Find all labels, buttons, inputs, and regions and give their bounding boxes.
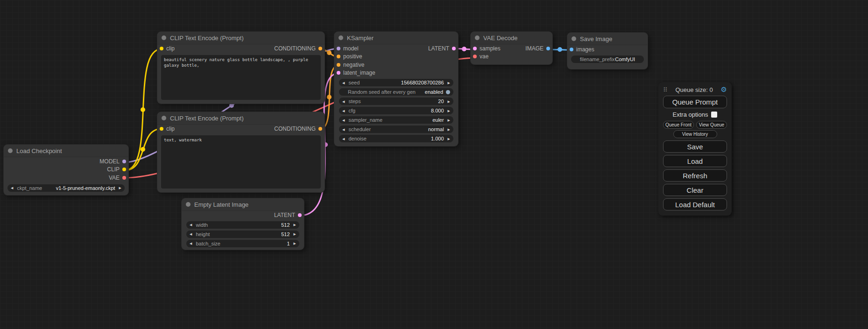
- node-vae-decode[interactable]: VAE Decode samples IMAGE vae: [471, 32, 552, 64]
- widget-batch-size[interactable]: ◀ batch_size 1 ▶: [186, 240, 299, 247]
- node-title: Empty Latent Image: [194, 201, 248, 208]
- input-label-images: images: [576, 46, 594, 53]
- widget-value: normal: [428, 126, 444, 132]
- settings-gear-icon[interactable]: ⚙: [721, 85, 727, 94]
- widget-sampler-name[interactable]: ◀ sampler_name euler ▶: [339, 116, 453, 124]
- collapse-dot-icon[interactable]: [572, 36, 576, 41]
- node-graph-canvas[interactable]: Load Checkpoint MODEL CLIP VAE ◀ ckpt_na…: [0, 0, 868, 329]
- decrement-arrow-icon[interactable]: ◀: [190, 242, 192, 245]
- save-button[interactable]: Save: [663, 140, 727, 153]
- slot-dot-vae-output[interactable]: [122, 176, 126, 180]
- collapse-dot-icon[interactable]: [475, 35, 480, 40]
- slot-dot-conditioning-output[interactable]: [318, 127, 322, 131]
- node-clip-text-encode-negative[interactable]: CLIP Text Encode (Prompt) clip CONDITION…: [157, 112, 325, 192]
- node-empty-latent-image[interactable]: Empty Latent Image LATENT ◀ width 512 ▶ …: [182, 198, 304, 250]
- collapse-dot-icon[interactable]: [162, 35, 166, 40]
- collapse-dot-icon[interactable]: [186, 202, 191, 207]
- widget-name: batch_size: [196, 241, 220, 246]
- collapse-dot-icon[interactable]: [8, 148, 13, 153]
- decrement-arrow-icon[interactable]: ◀: [190, 232, 192, 236]
- input-label-vae: vae: [480, 53, 488, 60]
- slot-dot-latent-output[interactable]: [298, 213, 302, 217]
- slot-dot-model-output[interactable]: [122, 160, 126, 163]
- queue-front-button[interactable]: Queue Front: [663, 121, 694, 129]
- slot-dot-latent-image-input[interactable]: [337, 71, 340, 75]
- increment-arrow-icon[interactable]: ▶: [448, 119, 450, 122]
- widget-random-seed-toggle[interactable]: Random seed after every gen enabled: [339, 88, 453, 96]
- positive-prompt-textarea[interactable]: beautiful scenery nature glass bottle la…: [161, 55, 321, 100]
- slot-dot-model-input[interactable]: [337, 47, 340, 50]
- node-title-bar[interactable]: Empty Latent Image: [182, 198, 304, 211]
- widget-filename-prefix[interactable]: filename_prefix ComfyUI: [571, 56, 644, 63]
- node-load-checkpoint[interactable]: Load Checkpoint MODEL CLIP VAE ◀ ckpt_na…: [4, 145, 128, 195]
- collapse-dot-icon[interactable]: [162, 116, 166, 120]
- widget-value: 1.000: [431, 136, 444, 141]
- widget-name: sampler_name: [348, 117, 382, 123]
- slot-dot-clip-input[interactable]: [160, 47, 163, 50]
- increment-arrow-icon[interactable]: ▶: [294, 232, 296, 236]
- slot-dot-negative-input[interactable]: [337, 63, 340, 67]
- node-title-bar[interactable]: CLIP Text Encode (Prompt): [157, 112, 325, 125]
- toggle-dot-icon[interactable]: [446, 90, 450, 94]
- node-title-bar[interactable]: Save Image: [567, 33, 648, 45]
- slot-dot-positive-input[interactable]: [337, 55, 340, 58]
- clear-button[interactable]: Clear: [663, 184, 727, 196]
- decrement-arrow-icon[interactable]: ◀: [342, 128, 345, 131]
- view-queue-button[interactable]: View Queue: [696, 121, 727, 129]
- decrement-arrow-icon[interactable]: ◀: [342, 109, 345, 112]
- input-label-latent-image: latent_image: [343, 70, 375, 76]
- slot-dot-images-input[interactable]: [570, 48, 573, 51]
- widget-seed[interactable]: ◀ seed 156680208700286 ▶: [339, 79, 453, 86]
- wire-midpoint-dot: [462, 47, 466, 51]
- increment-arrow-icon[interactable]: ▶: [448, 100, 450, 103]
- widget-denoise[interactable]: ◀ denoise 1.000 ▶: [339, 135, 453, 142]
- node-save-image[interactable]: Save Image images filename_prefix ComfyU…: [567, 33, 648, 69]
- slot-dot-clip-input[interactable]: [160, 127, 163, 131]
- increment-arrow-icon[interactable]: ▶: [448, 109, 450, 112]
- widget-steps[interactable]: ◀ steps 20 ▶: [339, 98, 453, 105]
- slot-dot-image-output[interactable]: [546, 47, 550, 50]
- node-title-bar[interactable]: VAE Decode: [471, 32, 552, 44]
- decrement-arrow-icon[interactable]: ◀: [342, 137, 345, 140]
- node-title-bar[interactable]: CLIP Text Encode (Prompt): [157, 32, 325, 44]
- decrement-arrow-icon[interactable]: ◀: [190, 223, 192, 226]
- node-title-bar[interactable]: KSampler: [334, 32, 458, 44]
- queue-prompt-button[interactable]: Queue Prompt: [663, 96, 727, 108]
- node-clip-text-encode-positive[interactable]: CLIP Text Encode (Prompt) clip CONDITION…: [157, 32, 325, 104]
- output-label-vae: VAE: [109, 175, 120, 181]
- widget-width[interactable]: ◀ width 512 ▶: [186, 221, 299, 229]
- increment-arrow-icon[interactable]: ▶: [448, 81, 450, 84]
- negative-prompt-textarea[interactable]: text, watermark: [161, 135, 321, 189]
- widget-height[interactable]: ◀ height 512 ▶: [186, 231, 299, 238]
- decrement-arrow-icon[interactable]: ◀: [11, 186, 13, 189]
- node-title: Load Checkpoint: [16, 147, 62, 154]
- queue-buttons-row: Queue Front View Queue: [663, 121, 727, 129]
- increment-arrow-icon[interactable]: ▶: [448, 128, 450, 131]
- load-button[interactable]: Load: [663, 155, 727, 167]
- extra-options-checkbox[interactable]: [711, 112, 717, 118]
- output-label-latent: LATENT: [428, 45, 449, 52]
- slot-dot-clip-output[interactable]: [122, 168, 126, 171]
- widget-cfg[interactable]: ◀ cfg 8.000 ▶: [339, 107, 453, 114]
- widget-scheduler[interactable]: ◀ scheduler normal ▶: [339, 126, 453, 133]
- slot-dot-vae-input[interactable]: [473, 55, 477, 58]
- increment-arrow-icon[interactable]: ▶: [294, 223, 296, 226]
- view-history-button[interactable]: View History: [673, 130, 717, 138]
- increment-arrow-icon[interactable]: ▶: [294, 242, 296, 245]
- input-label-clip: clip: [166, 45, 175, 52]
- increment-arrow-icon[interactable]: ▶: [448, 137, 450, 140]
- decrement-arrow-icon[interactable]: ◀: [342, 119, 345, 122]
- decrement-arrow-icon[interactable]: ◀: [342, 81, 345, 84]
- slot-dot-conditioning-output[interactable]: [318, 47, 322, 50]
- widget-ckpt-name[interactable]: ◀ ckpt_name v1-5-pruned-emaonly.ckpt ▶: [7, 184, 125, 192]
- slot-dot-latent-output[interactable]: [452, 47, 456, 50]
- node-title-bar[interactable]: Load Checkpoint: [4, 145, 128, 157]
- refresh-button[interactable]: Refresh: [663, 169, 727, 182]
- slot-dot-samples-input[interactable]: [473, 47, 477, 50]
- collapse-dot-icon[interactable]: [339, 35, 343, 40]
- node-ksampler[interactable]: KSampler model LATENT positive negative: [334, 32, 458, 146]
- load-default-button[interactable]: Load Default: [663, 198, 727, 210]
- decrement-arrow-icon[interactable]: ◀: [342, 100, 345, 103]
- drag-handle-icon[interactable]: ⠿: [663, 86, 668, 93]
- increment-arrow-icon[interactable]: ▶: [119, 186, 121, 189]
